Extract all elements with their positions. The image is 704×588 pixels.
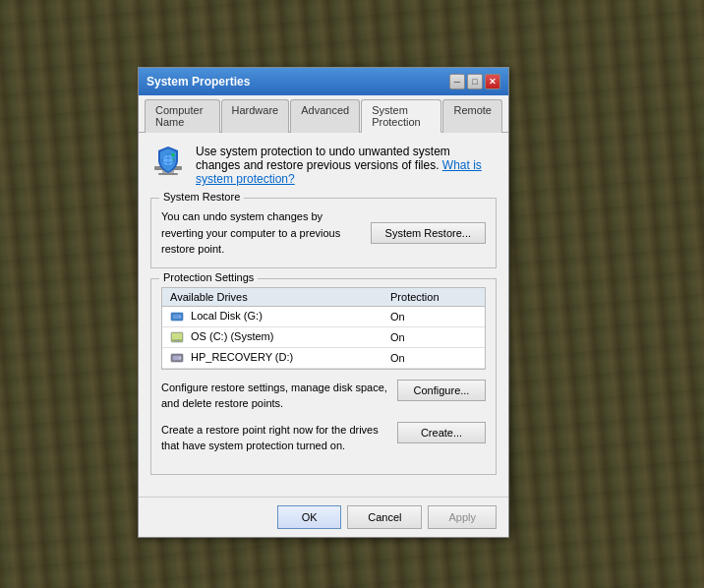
footer-buttons: OK Cancel Apply (139, 497, 508, 537)
cancel-button[interactable]: Cancel (347, 505, 422, 529)
system-restore-label: System Restore (159, 191, 244, 203)
configure-button[interactable]: Configure... (397, 380, 486, 401)
drives-table-wrapper: Available Drives Protection (161, 287, 486, 370)
table-row: Local Disk (G:) On (162, 306, 485, 326)
drive-hp-recovery-protection: On (382, 347, 485, 368)
create-row: Create a restore point right now for the… (161, 422, 486, 454)
apply-button[interactable]: Apply (428, 505, 497, 529)
create-description: Create a restore point right now for the… (161, 422, 387, 454)
drive-os-c: OS (C:) (System) (162, 326, 382, 347)
drive-local-g-protection: On (382, 306, 485, 326)
svg-rect-11 (174, 340, 180, 341)
create-button[interactable]: Create... (397, 422, 486, 443)
maximize-icon: □ (472, 77, 477, 87)
drives-table: Available Drives Protection (162, 288, 485, 369)
header-text: Use system protection to undo unwanted s… (196, 145, 450, 172)
header-description: Use system protection to undo unwanted s… (196, 145, 497, 186)
table-row: OS (C:) (System) On (162, 326, 485, 347)
minimize-button[interactable]: ─ (449, 74, 465, 89)
system-protection-icon (150, 145, 186, 180)
table-header-row: Available Drives Protection (162, 288, 485, 307)
header-section: Use system protection to undo unwanted s… (150, 145, 497, 186)
protection-settings-label: Protection Settings (159, 271, 258, 283)
ok-button[interactable]: OK (277, 505, 341, 529)
tab-remote[interactable]: Remote (442, 99, 502, 133)
system-properties-dialog: System Properties ─ □ ✕ Computer Name Ha… (138, 67, 509, 538)
tab-system-protection[interactable]: System Protection (361, 99, 441, 133)
drive-hp-recovery: HP_RECOVERY (D:) (162, 347, 382, 368)
drive-local-g: Local Disk (G:) (162, 306, 382, 326)
protection-settings-section: Protection Settings Available Drives Pro… (150, 278, 497, 475)
dialog-title: System Properties (147, 75, 250, 88)
tab-advanced[interactable]: Advanced (290, 99, 360, 133)
table-row: HP_RECOVERY (D:) On (162, 347, 485, 368)
system-restore-section: System Restore You can undo system chang… (150, 198, 497, 268)
system-restore-button[interactable]: System Restore... (371, 222, 486, 244)
tab-computer-name[interactable]: Computer Name (145, 99, 220, 133)
hdd-icon (170, 310, 184, 323)
minimize-icon: ─ (454, 77, 460, 87)
system-restore-description: You can undo system changes by reverting… (161, 208, 361, 258)
col-protection: Protection (382, 288, 485, 307)
svg-rect-2 (158, 173, 178, 175)
title-bar: System Properties ─ □ ✕ (139, 68, 508, 95)
tab-hardware[interactable]: Hardware (221, 99, 290, 133)
configure-description: Configure restore settings, manage disk … (161, 380, 387, 412)
col-available-drives: Available Drives (162, 288, 382, 307)
drive-os-c-protection: On (382, 326, 485, 347)
svg-point-8 (179, 315, 181, 317)
system-restore-row: You can undo system changes by reverting… (161, 208, 486, 258)
svg-rect-10 (172, 333, 182, 339)
maximize-button[interactable]: □ (467, 74, 483, 89)
configure-row: Configure restore settings, manage disk … (161, 380, 486, 412)
close-button[interactable]: ✕ (485, 74, 500, 89)
close-icon: ✕ (489, 77, 497, 87)
main-content: Use system protection to undo unwanted s… (139, 133, 508, 497)
os-icon (170, 330, 184, 344)
svg-point-14 (179, 357, 181, 359)
tabs-container: Computer Name Hardware Advanced System P… (139, 95, 508, 133)
title-bar-buttons: ─ □ ✕ (449, 74, 500, 89)
recovery-icon (170, 351, 184, 365)
